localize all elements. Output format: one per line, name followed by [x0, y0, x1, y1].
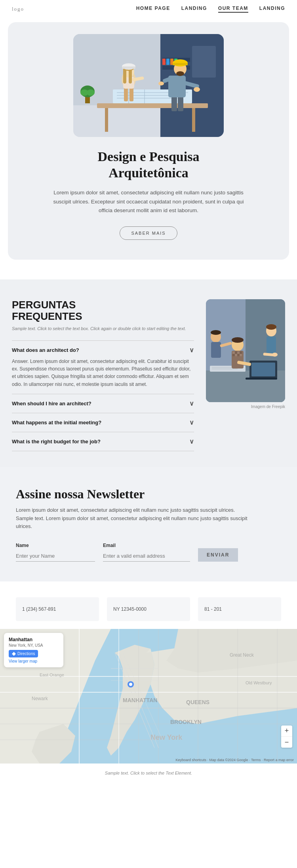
enviar-button[interactable]: ENVIAR — [198, 548, 238, 562]
contact-section: 1 (234) 567-891 NY 12345-0000 81 - 201 — [0, 581, 297, 621]
hero-image — [73, 34, 224, 137]
svg-text:Newark: Newark — [32, 696, 48, 701]
bottom-text: Sample text. Click to select the Text El… — [105, 771, 192, 775]
map-zoom-out-button[interactable]: − — [281, 737, 292, 748]
faq-question-4[interactable]: What is the right budget for the job? ∨ — [12, 438, 194, 445]
faq-right: Imagem de Freepik — [206, 299, 285, 409]
svg-rect-60 — [237, 351, 240, 354]
chevron-icon-3: ∨ — [189, 419, 194, 426]
faq-item-4: What is the right budget for the job? ∨ — [12, 432, 194, 451]
contact-phone: 1 (234) 567-891 — [22, 606, 56, 613]
svg-rect-10 — [97, 103, 208, 108]
email-label: Email — [103, 543, 190, 548]
map-directions-button[interactable]: Directions — [9, 650, 38, 657]
svg-point-72 — [266, 324, 276, 330]
svg-rect-41 — [173, 63, 188, 65]
svg-rect-25 — [129, 87, 133, 101]
svg-point-22 — [87, 89, 95, 96]
hero-description: Lorem ipsum dolor sit amet, consectetur … — [50, 188, 248, 216]
faq-image-credit: Imagem de Freepik — [206, 405, 285, 409]
chevron-icon-2: ∨ — [189, 400, 194, 407]
hero-title: Design e Pesquisa Arquitetônica — [16, 149, 281, 181]
map-zoom-in-button[interactable]: + — [281, 726, 292, 737]
chevron-icon-4: ∨ — [189, 438, 194, 445]
logo: logo — [12, 6, 24, 12]
svg-rect-34 — [171, 95, 177, 111]
name-input[interactable] — [16, 551, 95, 562]
svg-rect-3 — [192, 46, 216, 78]
faq-section: PERGUNTASFREQUENTES Sample text. Click t… — [0, 279, 297, 467]
faq-title: PERGUNTASFREQUENTES — [12, 299, 194, 322]
svg-point-45 — [158, 82, 164, 85]
map-view-larger-link[interactable]: View larger map — [9, 659, 59, 663]
faq-question-2[interactable]: When should I hire an architect? ∨ — [12, 400, 194, 407]
svg-rect-61 — [240, 351, 242, 354]
svg-rect-35 — [178, 95, 183, 111]
bottom-bar: Sample text. Click to select the Text El… — [0, 764, 297, 782]
faq-question-1[interactable]: What does an architect do? ∨ — [12, 346, 194, 354]
svg-rect-64 — [237, 354, 240, 356]
svg-point-75 — [272, 353, 278, 357]
svg-rect-6 — [162, 59, 166, 65]
svg-point-44 — [194, 87, 200, 92]
directions-icon — [12, 652, 16, 656]
svg-text:East Orange: East Orange — [40, 672, 64, 677]
hero-illustration — [73, 34, 224, 137]
nav-ourteam[interactable]: OUR TEAM — [218, 6, 248, 13]
navbar: logo HOME PAGE LANDING OUR TEAM LANDING — [0, 0, 297, 18]
faq-item-3: What happens at the initial meeting? ∨ — [12, 413, 194, 432]
newsletter-description: Lorem ipsum dolor sit amet, consectetur … — [16, 506, 253, 531]
newsletter-form: Name Email ENVIAR — [16, 543, 281, 562]
hero-section: Design e Pesquisa Arquitetônica Lorem ip… — [0, 18, 297, 279]
svg-point-39 — [176, 71, 184, 76]
svg-rect-50 — [251, 363, 275, 376]
svg-rect-12 — [192, 108, 195, 132]
nav-landing2[interactable]: LANDING — [259, 6, 285, 13]
svg-marker-110 — [12, 652, 16, 656]
svg-text:MANHATTAN: MANHATTAN — [123, 697, 157, 703]
contact-extra-box: 81 - 201 — [198, 597, 281, 621]
newsletter-section: Assine nossa Newsletter Lorem ipsum dolo… — [0, 467, 297, 581]
svg-rect-32 — [122, 66, 135, 69]
faq-item-2: When should I hire an architect? ∨ — [12, 394, 194, 413]
nav-homepage[interactable]: HOME PAGE — [136, 6, 170, 13]
contact-address: NY 12345-0000 — [113, 606, 147, 613]
email-input[interactable] — [103, 551, 190, 562]
faq-item-1: What does an architect do? ∨ Answer. Lor… — [12, 340, 194, 394]
contact-address-box: NY 12345-0000 — [107, 597, 190, 621]
svg-text:Old Westbury: Old Westbury — [246, 680, 272, 685]
svg-rect-36 — [168, 76, 186, 97]
faq-question-3[interactable]: What happens at the initial meeting? ∨ — [12, 419, 194, 426]
svg-rect-29 — [123, 68, 126, 84]
newsletter-title: Assine nossa Newsletter — [16, 487, 281, 501]
svg-point-68 — [211, 330, 221, 335]
contact-phone-box: 1 (234) 567-891 — [16, 597, 99, 621]
chevron-icon-1: ∨ — [189, 346, 194, 354]
map-location-name: Manhattan — [9, 637, 59, 642]
faq-illustration — [206, 299, 285, 402]
svg-point-109 — [129, 683, 132, 686]
svg-text:Great Neck: Great Neck — [230, 652, 254, 658]
svg-rect-59 — [235, 351, 237, 354]
faq-answer-1: Answer. Lorem ipsum dolor sit amet, cons… — [12, 358, 194, 388]
svg-rect-7 — [166, 59, 169, 65]
email-form-group: Email — [103, 543, 190, 562]
svg-rect-63 — [235, 354, 237, 356]
saber-mais-button[interactable]: SABER MAIS — [120, 226, 177, 240]
svg-rect-58 — [232, 351, 235, 354]
map-container[interactable]: MANHATTAN QUEENS BROOKLYN Newark East Or… — [0, 629, 297, 764]
nav-landing1[interactable]: LANDING — [181, 6, 207, 13]
svg-rect-11 — [105, 108, 108, 132]
map-background: MANHATTAN QUEENS BROOKLYN Newark East Or… — [0, 629, 297, 764]
faq-left: PERGUNTASFREQUENTES Sample text. Click t… — [12, 299, 194, 451]
faq-subtitle: Sample text. Click to select the text bo… — [12, 325, 194, 332]
faq-image — [206, 299, 285, 402]
svg-rect-24 — [124, 87, 128, 101]
map-overlay-card: Manhattan New York, NY, USA Directions V… — [4, 633, 63, 667]
contact-info-row: 1 (234) 567-891 NY 12345-0000 81 - 201 — [16, 597, 281, 621]
name-label: Name — [16, 543, 95, 548]
svg-text:QUEENS: QUEENS — [186, 699, 209, 705]
contact-extra: 81 - 201 — [204, 606, 222, 613]
svg-rect-62 — [232, 354, 235, 356]
name-form-group: Name — [16, 543, 95, 562]
